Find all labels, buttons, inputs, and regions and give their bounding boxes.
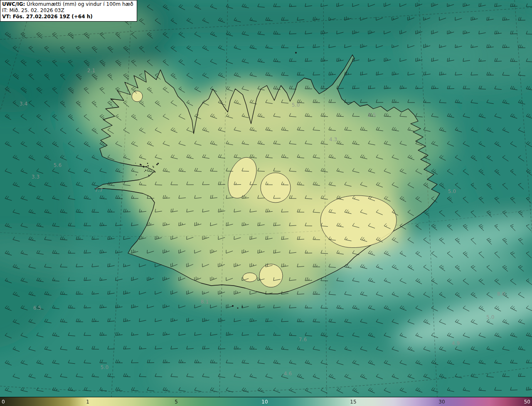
forecast-header: UWC/IG: Úrkomumætti (mm) og vindur í 100… (0, 0, 137, 22)
map-canvas (0, 0, 532, 397)
valid-time: VT: Fös. 27.02.2026 19Z (+64 h) (2, 14, 133, 20)
init-time: IT: Mið. 25. 02. 2026 03Z (2, 7, 133, 14)
colorbar: 01510153050 (0, 397, 532, 406)
map-area (0, 0, 532, 397)
colorbar-gradient (0, 397, 532, 406)
weather-map: 2.13.45.02.54.35.63.37.75.06.58.18.05.07… (0, 0, 532, 406)
map-title: Úrkomumætti (mm) og vindur í 100m hæð (25, 1, 133, 7)
model-name: UWC/IG: (2, 1, 25, 7)
header-line-title: UWC/IG: Úrkomumætti (mm) og vindur í 100… (2, 1, 133, 7)
